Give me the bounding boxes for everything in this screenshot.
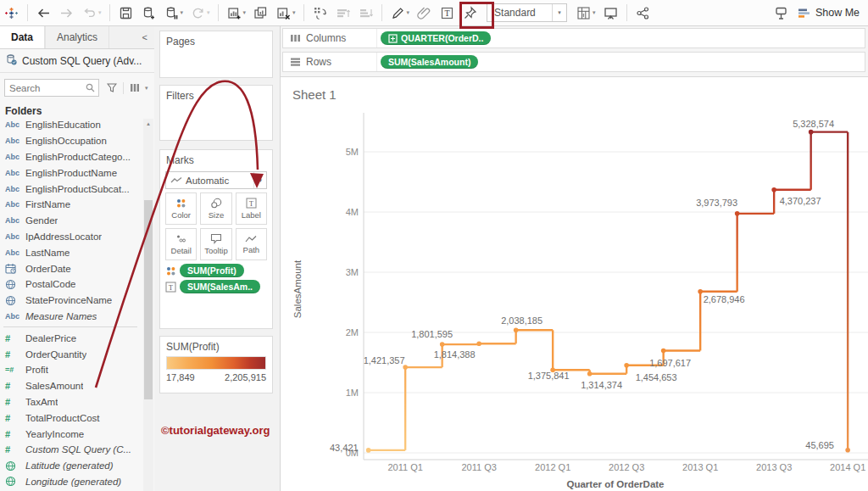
- clear-sheet-button-caret-icon[interactable]: ▾: [292, 9, 296, 16]
- swap-rows-columns-button[interactable]: [309, 2, 331, 24]
- field-item-dealerprice[interactable]: #DealerPrice: [0, 330, 142, 346]
- field-item-gender[interactable]: AbcGender: [0, 213, 142, 229]
- tab-analytics[interactable]: Analytics: [45, 25, 109, 48]
- field-item-englishproductname[interactable]: AbcEnglishProductName: [0, 165, 142, 181]
- data-point-2012-q2[interactable]: [587, 371, 593, 377]
- replay-button-caret-icon[interactable]: ▾: [98, 9, 102, 16]
- abc-field-icon: Abc: [5, 120, 25, 129]
- highlight-button[interactable]: ▾: [387, 2, 414, 24]
- datasource-item[interactable]: Custom SQL Query (Adv...: [0, 49, 154, 73]
- show-hide-cards-button-caret-icon[interactable]: ▾: [593, 9, 596, 16]
- field-item-stateprovincename[interactable]: StateProvinceName: [0, 293, 142, 309]
- mark-type-dropdown[interactable]: Automatic ▾: [165, 171, 267, 189]
- legend-max-value: 2,205,915: [225, 372, 266, 382]
- mark-button-color[interactable]: Color: [165, 192, 197, 225]
- rows-shelf[interactable]: Rows SUM(SalesAmount): [282, 52, 865, 72]
- show-mark-labels-button[interactable]: T: [436, 2, 459, 24]
- field-item-englishproductcatego[interactable]: AbcEnglishProductCatego...: [0, 149, 142, 165]
- mark-button-label[interactable]: TLabel: [236, 192, 267, 225]
- data-point-2011-q2[interactable]: [440, 342, 445, 347]
- field-item-orderquantity[interactable]: #OrderQuantity: [0, 346, 142, 362]
- redo-button[interactable]: [55, 2, 78, 24]
- data-point-2012-q4[interactable]: [661, 349, 666, 354]
- refresh-data-button[interactable]: ▾: [186, 2, 214, 24]
- fit-dropdown[interactable]: Standard▾: [487, 3, 567, 22]
- sort-ascending-button[interactable]: [331, 2, 354, 24]
- field-item-ipaddresslocator[interactable]: AbcIpAddressLocator: [0, 229, 142, 245]
- pill-quarter-orderdate[interactable]: QUARTER(OrderD..: [381, 31, 491, 45]
- data-point-2011-q4[interactable]: [514, 327, 519, 332]
- field-item-englisheducation[interactable]: AbcEnglishEducation: [0, 117, 142, 133]
- field-item-custom-sql-query-c[interactable]: #Custom SQL Query (C...: [0, 442, 142, 458]
- mark-button-tooltip[interactable]: Tooltip: [200, 228, 231, 260]
- filters-shelf[interactable]: Filters: [159, 85, 273, 141]
- marks-pill-0[interactable]: SUM(Profit): [180, 264, 244, 277]
- replay-button[interactable]: ▾: [78, 2, 105, 24]
- step-line-chart[interactable]: 0M1M2M3M4M5MSalesAmountQuarter of OrderD…: [281, 77, 868, 491]
- field-item-salesamount[interactable]: #SalesAmount: [0, 378, 142, 394]
- filter-fields-icon[interactable]: [103, 83, 120, 92]
- data-point-2010-q4[interactable]: [366, 448, 371, 453]
- show-me-button[interactable]: Show Me: [793, 5, 868, 21]
- data-point-2011-q1[interactable]: [403, 365, 408, 370]
- clear-sheet-button[interactable]: ▾: [272, 2, 299, 24]
- data-point-2013-q3[interactable]: [771, 187, 776, 192]
- mark-button-path[interactable]: Path: [236, 228, 267, 260]
- data-point-2013-q1[interactable]: [698, 289, 703, 294]
- fit-dropdown-caret-icon[interactable]: ▾: [552, 4, 566, 21]
- field-item-firstname[interactable]: AbcFirstName: [0, 197, 142, 213]
- undo-button[interactable]: [32, 2, 55, 24]
- field-item-orderdate[interactable]: OrderDate: [0, 260, 142, 276]
- color-legend-gradient[interactable]: [166, 356, 266, 370]
- view-options-icon[interactable]: [126, 83, 143, 92]
- field-item-yearlyincome[interactable]: #YearlyIncome: [0, 426, 142, 442]
- search-input-box[interactable]: [4, 79, 99, 97]
- data-point-2012-q3[interactable]: [624, 363, 629, 368]
- columns-shelf[interactable]: Columns QUARTER(OrderD..: [282, 28, 865, 48]
- mark-type-caret-icon[interactable]: ▾: [253, 172, 266, 188]
- pause-updates-button[interactable]: ▾: [160, 2, 187, 24]
- field-item-englishoccupation[interactable]: AbcEnglishOccupation: [0, 133, 142, 149]
- data-point-2013-q4[interactable]: [809, 130, 814, 135]
- save-button[interactable]: [114, 2, 137, 24]
- field-item-totalproductcost[interactable]: #TotalProductCost: [0, 410, 142, 426]
- refresh-data-button-caret-icon[interactable]: ▾: [207, 9, 210, 16]
- search-input[interactable]: [5, 83, 82, 93]
- new-worksheet-button[interactable]: ▾: [223, 2, 250, 24]
- field-item-measure-names[interactable]: AbcMeasure Names: [0, 309, 142, 325]
- data-point-2011-q3[interactable]: [476, 341, 481, 346]
- sort-descending-button[interactable]: [354, 2, 377, 24]
- presentation-mode-button[interactable]: [599, 2, 622, 24]
- abc-field-icon: Abc: [5, 169, 25, 177]
- add-data-source-button[interactable]: [137, 2, 160, 24]
- group-members-button[interactable]: [413, 2, 436, 24]
- field-item-lastname[interactable]: AbcLastName: [0, 244, 142, 260]
- view-options-caret-icon[interactable]: ▾: [145, 85, 148, 92]
- field-item-latitude-generated[interactable]: Latitude (generated): [0, 458, 142, 474]
- worksheet-view[interactable]: Sheet 1 0M1M2M3M4M5MSalesAmountQuarter o…: [281, 76, 868, 491]
- show-hide-cards-button[interactable]: ▾: [572, 2, 599, 24]
- duplicate-sheet-button[interactable]: [249, 2, 272, 24]
- sidebar-scrollbar[interactable]: ▴: [143, 119, 153, 491]
- data-point-2014-q1[interactable]: [845, 448, 850, 453]
- collapse-pane-icon[interactable]: <: [136, 25, 154, 48]
- marks-pill-1[interactable]: SUM(SalesAm..: [180, 280, 260, 293]
- tab-data[interactable]: Data: [0, 25, 45, 48]
- share-workbook-button[interactable]: [632, 2, 654, 24]
- field-item-profit[interactable]: =#Profit: [0, 362, 142, 378]
- scrollbar-thumb[interactable]: [144, 200, 153, 399]
- tooltip-command-button[interactable]: [770, 2, 793, 24]
- mark-button-size[interactable]: Size: [200, 192, 231, 225]
- pages-shelf[interactable]: Pages: [159, 31, 273, 78]
- field-item-taxamt[interactable]: #TaxAmt: [0, 394, 142, 410]
- mark-button-detail[interactable]: Detail: [165, 228, 197, 260]
- new-worksheet-button-caret-icon[interactable]: ▾: [243, 9, 247, 16]
- pause-updates-button-caret-icon[interactable]: ▾: [181, 9, 184, 16]
- scroll-up-icon[interactable]: ▴: [143, 120, 153, 127]
- pill-sum-salesamount[interactable]: SUM(SalesAmount): [381, 55, 478, 69]
- field-item-longitude-generated[interactable]: Longitude (generated): [0, 474, 142, 490]
- field-item-postalcode[interactable]: PostalCode: [0, 276, 142, 293]
- highlight-button-caret-icon[interactable]: ▾: [407, 9, 410, 16]
- data-point-2013-q2[interactable]: [735, 211, 740, 216]
- field-item-englishproductsubcat[interactable]: AbcEnglishProductSubcat...: [0, 181, 142, 197]
